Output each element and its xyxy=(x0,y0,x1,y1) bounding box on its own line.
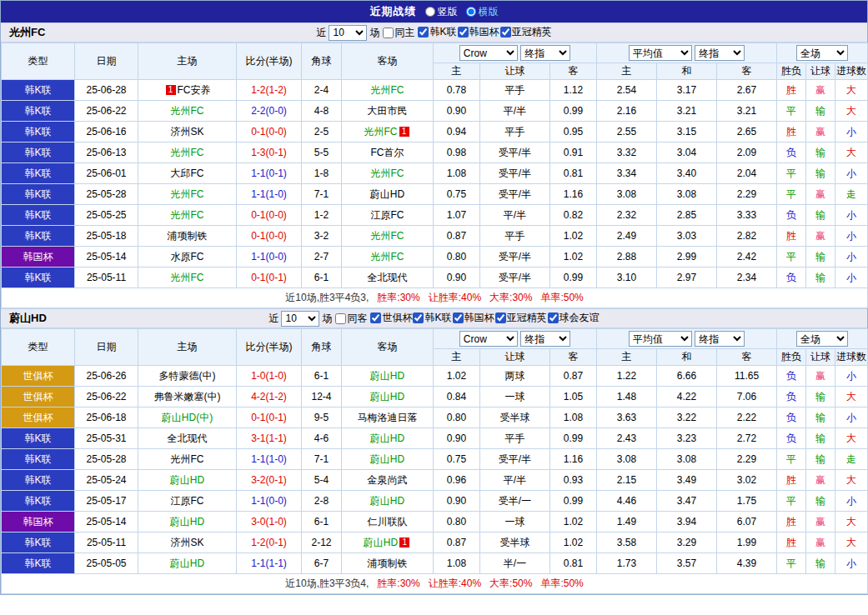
home-team-cell: 1FC安养 xyxy=(138,80,237,101)
col-avg-draw: 和 xyxy=(657,349,717,366)
team-name[interactable]: 济州SK xyxy=(170,126,203,138)
odds-company-state-select[interactable]: 终指 xyxy=(520,331,570,347)
avg-draw-odds: 6.66 xyxy=(657,366,717,387)
team-name[interactable]: 浦项制铁 xyxy=(368,558,408,569)
league-filter-checkbox[interactable] xyxy=(458,27,469,38)
team-name[interactable]: 光州FC xyxy=(171,188,204,200)
team-name[interactable]: 光州FC xyxy=(364,126,398,138)
league-filter[interactable]: 亚冠精英 xyxy=(494,311,547,325)
crown-handicap: 受平/半 xyxy=(480,247,550,268)
col-type: 类型 xyxy=(2,329,75,366)
avg-home-odds: 3.10 xyxy=(597,268,657,288)
team-name[interactable]: 大田市民 xyxy=(368,105,408,117)
team-name[interactable]: 光州FC xyxy=(171,272,204,283)
result-scope-select[interactable]: 全场 xyxy=(796,45,848,61)
average-odds-select[interactable]: 平均值 xyxy=(629,45,692,61)
team-name[interactable]: 蔚山HD xyxy=(370,370,404,382)
team-name[interactable]: 仁川联队 xyxy=(368,516,408,528)
team-name[interactable]: 蔚山HD xyxy=(170,474,204,486)
team-name[interactable]: 金泉尚武 xyxy=(368,474,408,486)
red-card-badge: 1 xyxy=(399,538,409,548)
league-filter-checkbox[interactable] xyxy=(370,312,381,323)
col-home: 主场 xyxy=(138,329,237,366)
team-name[interactable]: 光州FC xyxy=(371,251,404,262)
league-filter-group: 世俱杯韩K联韩国杯亚冠精英球会友谊 xyxy=(369,311,599,326)
odds-company-select[interactable]: Crow xyxy=(459,45,518,61)
league-filter[interactable]: 韩K联 xyxy=(412,311,451,325)
result-cell: 大 xyxy=(835,80,868,101)
league-filter-checkbox[interactable] xyxy=(495,312,506,323)
team-name[interactable]: FC安养 xyxy=(178,84,211,96)
league-filter[interactable]: 球会友谊 xyxy=(547,311,600,325)
average-odds-state-select[interactable]: 终指 xyxy=(695,45,745,61)
result-cell: 大 xyxy=(835,142,868,163)
team-name[interactable]: 蔚山HD xyxy=(370,432,404,444)
team-name[interactable]: 多特蒙德(中) xyxy=(159,370,216,382)
odds-company-select[interactable]: Crow xyxy=(459,331,518,347)
layout-horizontal-radio[interactable] xyxy=(466,7,476,17)
avg-home-odds: 3.34 xyxy=(597,163,657,184)
recent-count-select[interactable]: 10 xyxy=(281,311,319,327)
match-date: 25-05-31 xyxy=(75,428,138,449)
layout-option-vertical[interactable]: 竖版 xyxy=(425,5,458,19)
team-name[interactable]: 光州FC xyxy=(371,168,404,179)
team-name[interactable]: 蔚山HD xyxy=(170,558,204,569)
result-cell: 输 xyxy=(806,142,835,163)
team-name[interactable]: 江原FC xyxy=(371,209,404,221)
league-filter-checkbox[interactable] xyxy=(418,27,429,38)
team-name[interactable]: 水原FC xyxy=(171,251,204,262)
team-name[interactable]: 全北现代 xyxy=(368,272,408,283)
same-venue-filter[interactable]: 同客 xyxy=(334,312,367,326)
average-odds-select[interactable]: 平均值 xyxy=(629,331,692,347)
summary-record: 近10场,胜3平4负3, xyxy=(285,292,369,303)
same-venue-filter[interactable]: 同主 xyxy=(382,26,414,40)
team-name[interactable]: 全北现代 xyxy=(168,432,208,444)
team-name[interactable]: 济州SK xyxy=(170,537,203,548)
match-row: 韩K联 25-05-28 光州FC 1-1(1-0) 7-1 蔚山HD 0.75… xyxy=(2,449,868,470)
team-name[interactable]: 光州FC xyxy=(171,105,204,117)
league-filter[interactable]: 韩K联 xyxy=(417,25,456,39)
team-name[interactable]: 大邱FC xyxy=(171,168,204,179)
team-name[interactable]: 光州FC xyxy=(171,147,204,158)
team-name[interactable]: 蔚山HD xyxy=(170,516,204,528)
team-name[interactable]: 浦项制铁 xyxy=(168,230,208,242)
same-venue-checkbox[interactable] xyxy=(335,313,346,324)
team-name[interactable]: 光州FC xyxy=(371,84,404,96)
league-filter[interactable]: 亚冠精英 xyxy=(499,25,552,39)
team-name[interactable]: 蔚山HD xyxy=(370,188,404,200)
team-name[interactable]: 蔚山HD xyxy=(370,391,404,402)
league-filter-checkbox[interactable] xyxy=(413,312,424,323)
team-name[interactable]: 弗鲁米嫩塞(中) xyxy=(154,391,221,402)
col-corners: 角球 xyxy=(302,43,342,80)
average-odds-state-select[interactable]: 终指 xyxy=(695,331,745,347)
result-scope-select[interactable]: 全场 xyxy=(796,331,848,347)
crown-home-odds: 0.90 xyxy=(434,101,480,122)
summary-stat: 胜率:30% xyxy=(377,578,419,589)
team-name[interactable]: 光州FC xyxy=(171,453,204,465)
team-name[interactable]: 光州FC xyxy=(371,230,404,242)
team-name[interactable]: 蔚山HD xyxy=(370,495,404,507)
avg-draw-odds: 3.15 xyxy=(657,122,717,142)
team-name[interactable]: 蔚山HD(中) xyxy=(162,412,213,423)
score: 0-1(0-0) xyxy=(237,205,302,226)
team-name[interactable]: FC首尔 xyxy=(371,147,404,158)
layout-option-horizontal[interactable]: 横版 xyxy=(466,5,499,19)
crown-away-odds: 0.81 xyxy=(550,553,597,574)
recent-count-select[interactable]: 10 xyxy=(329,25,367,41)
team-name[interactable]: 光州FC xyxy=(171,209,204,221)
league-filter[interactable]: 世俱杯 xyxy=(369,311,412,325)
league-badge: 韩K联 xyxy=(2,449,75,470)
team-name[interactable]: 江原FC xyxy=(171,495,204,507)
league-filter-checkbox[interactable] xyxy=(453,312,464,323)
league-filter-checkbox[interactable] xyxy=(548,312,559,323)
league-filter[interactable]: 韩国杯 xyxy=(452,311,494,325)
odds-company-state-select[interactable]: 终指 xyxy=(520,45,570,61)
same-venue-checkbox[interactable] xyxy=(383,28,394,38)
team-name[interactable]: 蔚山HD xyxy=(364,537,398,548)
league-filter-checkbox[interactable] xyxy=(500,27,511,38)
layout-vertical-radio[interactable] xyxy=(425,7,435,17)
crown-home-odds: 0.98 xyxy=(434,142,480,163)
team-name[interactable]: 马梅洛迪日落 xyxy=(358,412,418,423)
league-filter[interactable]: 韩国杯 xyxy=(457,25,499,39)
team-name[interactable]: 蔚山HD xyxy=(370,453,404,465)
